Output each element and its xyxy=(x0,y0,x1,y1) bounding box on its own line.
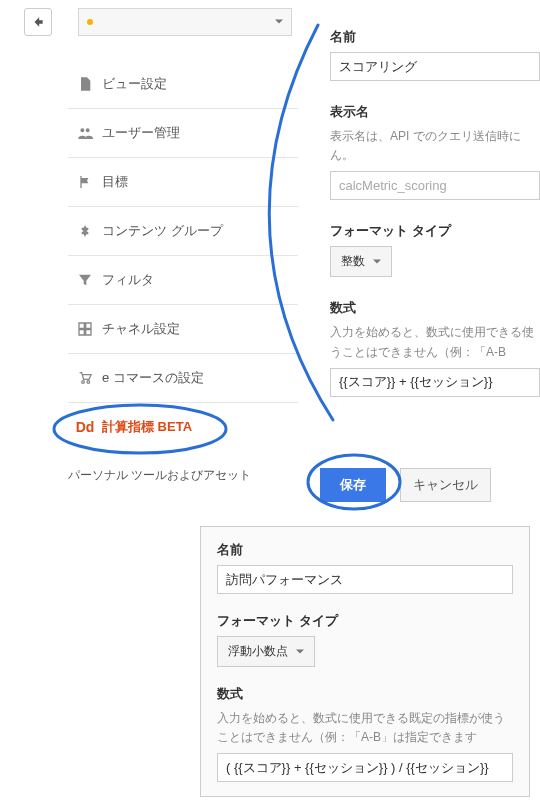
sidebar-section-personal-tools: パーソナル ツールおよびアセット xyxy=(68,451,298,499)
input-display-name[interactable] xyxy=(330,171,540,200)
sidebar-item-label: 計算指標 BETA xyxy=(102,418,192,436)
sidebar-item-channel-settings[interactable]: チャネル設定 xyxy=(68,305,298,354)
sidebar-item-label: コンテンツ グループ xyxy=(102,222,223,240)
cart-icon xyxy=(68,370,102,386)
help-formula: 入力を始めると、数式に使用できる既定の指標が使うことはできません（例：「A-B」… xyxy=(217,709,513,747)
sidebar-item-content-groups[interactable]: コンテンツ グループ xyxy=(68,207,298,256)
select-format-type-2[interactable]: 浮動小数点 xyxy=(217,636,315,667)
view-selector-dropdown[interactable] xyxy=(78,8,292,36)
grid-arrows-icon xyxy=(68,321,102,337)
chevron-down-icon xyxy=(275,18,283,26)
dd-icon: Dd xyxy=(68,419,102,435)
back-arrow-icon xyxy=(31,15,45,29)
label-formula: 数式 xyxy=(330,299,540,317)
help-formula: 入力を始めると、数式に使用できる使うことはできません（例：「A-B xyxy=(330,323,540,361)
page-icon xyxy=(68,76,102,92)
input-formula[interactable] xyxy=(330,368,540,397)
sidebar-item-label: チャネル設定 xyxy=(102,320,180,338)
sidebar: ビュー設定 ユーザー管理 目標 コンテンツ グループ フィルタ チャネル設定 e… xyxy=(68,60,298,499)
cancel-button[interactable]: キャンセル xyxy=(400,468,491,502)
sidebar-item-label: ユーザー管理 xyxy=(102,124,180,142)
sidebar-item-goals[interactable]: 目標 xyxy=(68,158,298,207)
funnel-icon xyxy=(68,272,102,288)
sidebar-item-label: フィルタ xyxy=(102,271,154,289)
form-calculated-metric: 名前 表示名 表示名は、API でのクエリ送信時にん。 フォーマット タイプ 整… xyxy=(330,28,540,419)
input-name-2[interactable] xyxy=(217,565,513,594)
save-button[interactable]: 保存 xyxy=(320,468,386,502)
person-icon xyxy=(68,223,102,239)
select-format-value: 浮動小数点 xyxy=(228,643,288,660)
flag-icon xyxy=(68,174,102,190)
chevron-down-icon xyxy=(373,258,381,266)
select-format-type[interactable]: 整数 xyxy=(330,246,392,277)
sidebar-item-label: 目標 xyxy=(102,173,128,191)
label-format-type: フォーマット タイプ xyxy=(217,612,513,630)
sidebar-item-user-management[interactable]: ユーザー管理 xyxy=(68,109,298,158)
label-format-type: フォーマット タイプ xyxy=(330,222,540,240)
card-second-example: 名前 フォーマット タイプ 浮動小数点 数式 入力を始めると、数式に使用できる既… xyxy=(200,526,530,797)
sidebar-item-calculated-metrics[interactable]: Dd 計算指標 BETA xyxy=(68,403,298,451)
input-name[interactable] xyxy=(330,52,540,81)
sidebar-item-ecommerce-settings[interactable]: e コマースの設定 xyxy=(68,354,298,403)
users-icon xyxy=(68,125,102,141)
sidebar-item-view-settings[interactable]: ビュー設定 xyxy=(68,60,298,109)
sidebar-item-label: e コマースの設定 xyxy=(102,369,204,387)
input-formula-2[interactable] xyxy=(217,753,513,782)
back-button[interactable] xyxy=(24,8,52,36)
label-display-name: 表示名 xyxy=(330,103,540,121)
sidebar-item-label: ビュー設定 xyxy=(102,75,167,93)
sidebar-item-filters[interactable]: フィルタ xyxy=(68,256,298,305)
form-actions: 保存 キャンセル xyxy=(320,468,491,502)
sidebar-footer-label: パーソナル ツールおよびアセット xyxy=(68,467,251,484)
chevron-down-icon xyxy=(296,648,304,656)
label-name: 名前 xyxy=(217,541,513,559)
view-dot-icon xyxy=(87,19,93,25)
label-name: 名前 xyxy=(330,28,540,46)
help-display-name: 表示名は、API でのクエリ送信時にん。 xyxy=(330,127,540,165)
label-formula: 数式 xyxy=(217,685,513,703)
select-format-value: 整数 xyxy=(341,253,365,270)
